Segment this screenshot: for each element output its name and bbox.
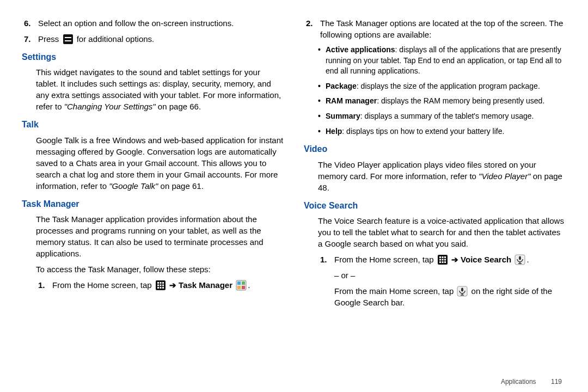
text: From the main Home screen, tap [334, 286, 456, 296]
paragraph-video: The Video Player application plays video… [318, 159, 566, 193]
step-text: The Task Manager options are located at … [320, 17, 566, 40]
svg-rect-23 [442, 259, 443, 260]
vs-alternative: From the main Home screen, tap on the ri… [334, 285, 566, 308]
svg-rect-14 [237, 281, 241, 285]
svg-rect-7 [157, 285, 159, 286]
text: on page 66. [156, 102, 201, 111]
step-text: Press for additional options. [38, 33, 284, 45]
text: Voice Search [461, 255, 511, 264]
step-2: 2. The Task Manager options are located … [304, 17, 566, 40]
step-number: 2. [304, 17, 320, 29]
microphone-icon [514, 254, 525, 265]
svg-rect-29 [519, 256, 521, 260]
text: From the Home screen, tap [334, 255, 436, 264]
text: for additional options. [75, 34, 155, 44]
svg-rect-17 [242, 286, 245, 289]
svg-rect-11 [160, 287, 161, 289]
option-name: Summary [326, 112, 360, 120]
svg-rect-8 [160, 285, 161, 286]
svg-rect-15 [242, 281, 245, 285]
left-column: 6. Select an option and follow the on-sc… [22, 17, 284, 313]
options-list: Active applications: displays all of the… [318, 45, 566, 137]
option-name: Active applications [326, 45, 395, 54]
heading-talk: Talk [22, 119, 284, 131]
svg-rect-33 [461, 287, 463, 291]
option-desc: : displays the size of the application p… [357, 82, 540, 90]
svg-rect-16 [237, 286, 241, 289]
heading-voice-search: Voice Search [304, 200, 566, 212]
svg-rect-10 [157, 287, 159, 289]
svg-rect-24 [444, 259, 446, 260]
page-footer: Applications 119 [501, 377, 562, 387]
step-number: 7. [22, 33, 38, 45]
page: 6. Select an option and follow the on-sc… [0, 0, 588, 339]
svg-rect-27 [444, 261, 446, 263]
apps-grid-icon [155, 280, 166, 291]
step-text: Select an option and follow the on-scree… [38, 17, 284, 29]
option-name: Package [326, 82, 357, 90]
svg-rect-20 [442, 256, 443, 258]
svg-rect-21 [444, 256, 446, 258]
menu-icon [63, 34, 74, 45]
microphone-icon [457, 286, 468, 297]
paragraph-task-manager-1: The Task Manager application provides in… [36, 213, 284, 259]
text: Press [38, 34, 62, 44]
heading-video: Video [304, 143, 566, 155]
option-desc: : displays the RAM memory being presentl… [377, 96, 544, 105]
svg-rect-5 [160, 282, 161, 284]
step-text: From the Home screen, tap ➔ Voice Search… [334, 254, 566, 308]
text: From the Home screen, tap [52, 280, 154, 290]
svg-rect-12 [162, 287, 164, 289]
list-item: Active applications: displays all of the… [318, 45, 566, 77]
option-desc: : displays tips on how to extend your ba… [342, 127, 504, 136]
svg-rect-1 [65, 37, 71, 38]
arrow: ➔ [449, 255, 461, 264]
step-number: 1. [318, 254, 334, 265]
step-number: 1. [36, 279, 52, 291]
step-number: 6. [22, 17, 38, 29]
svg-rect-6 [162, 282, 164, 284]
option-desc: : displays a summary of the tablet's mem… [360, 112, 534, 120]
arrow: ➔ [167, 280, 179, 290]
step-text: From the Home screen, tap ➔ Task Manager… [52, 279, 284, 291]
reference: "Changing Your Settings" [64, 102, 156, 111]
svg-rect-9 [162, 285, 164, 286]
right-column: 2. The Task Manager options are located … [304, 17, 566, 313]
svg-rect-0 [63, 34, 73, 44]
svg-rect-2 [65, 40, 71, 41]
vs-step-1: 1. From the Home screen, tap ➔ Voice Sea… [318, 254, 566, 308]
reference: "Video Player" [479, 171, 530, 181]
paragraph-settings: This widget navigates to the sound and t… [36, 66, 284, 112]
step-7: 7. Press for additional options. [22, 33, 284, 45]
heading-task-manager: Task Manager [22, 198, 284, 210]
text: on page 61. [158, 181, 203, 191]
tm-step-1: 1. From the Home screen, tap ➔ Task Mana… [36, 279, 284, 291]
svg-rect-26 [442, 261, 443, 263]
list-item: Help: displays tips on how to extend you… [318, 126, 566, 137]
list-item: RAM manager: displays the RAM memory bei… [318, 96, 566, 107]
option-name: Help [326, 127, 342, 136]
svg-rect-4 [157, 282, 159, 284]
paragraph-voice-search: The Voice Search feature is a voice-acti… [318, 215, 566, 249]
svg-rect-22 [439, 259, 441, 260]
heading-settings: Settings [22, 51, 284, 63]
step-6: 6. Select an option and follow the on-sc… [22, 17, 284, 29]
text: . [526, 255, 529, 264]
svg-rect-25 [439, 261, 441, 263]
or-separator: – or – [334, 270, 566, 281]
list-item: Summary: displays a summary of the table… [318, 111, 566, 122]
svg-rect-19 [439, 256, 441, 258]
task-manager-app-icon [236, 280, 247, 291]
reference: "Google Talk" [109, 181, 158, 191]
list-item: Package: displays the size of the applic… [318, 81, 566, 92]
option-name: RAM manager [326, 96, 377, 105]
paragraph-talk: Google Talk is a free Windows and web-ba… [36, 134, 284, 192]
paragraph-task-manager-2: To access the Task Manager, follow these… [36, 264, 284, 275]
apps-grid-icon [437, 254, 448, 265]
footer-section: Applications [501, 378, 536, 385]
text: . [248, 280, 250, 290]
text: Task Manager [179, 280, 232, 290]
page-number: 119 [551, 378, 562, 385]
